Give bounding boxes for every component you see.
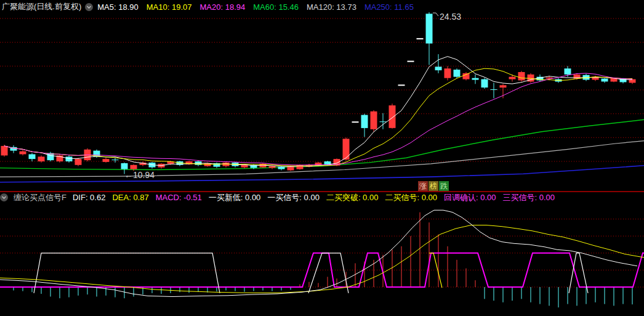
ma-value: MA20: 18.94 bbox=[200, 2, 246, 12]
indicator-field: 三买信号: 0.00 bbox=[502, 193, 555, 202]
rank-badge[interactable]: 榜 bbox=[429, 181, 438, 191]
dea-line bbox=[0, 225, 644, 293]
signal-lines bbox=[0, 253, 644, 293]
indicator-field: DEA: 0.87 bbox=[112, 193, 148, 202]
rank-badge[interactable]: 涨 bbox=[418, 181, 428, 191]
indicator-name: 缠论买点信号F bbox=[14, 192, 66, 203]
indicator-field: DIF: 0.62 bbox=[73, 193, 105, 202]
ma-value: MA60: 15.46 bbox=[253, 2, 299, 12]
ma-values: MA5: 18.90MA10: 19.07MA20: 18.94MA60: 15… bbox=[97, 2, 422, 12]
ma-value: MA10: 19.07 bbox=[147, 2, 192, 12]
ma-value: MA5: 18.90 bbox=[97, 2, 139, 12]
stock-title: 广聚能源(日线.前复权) bbox=[2, 1, 81, 12]
rank-badge[interactable]: 跌 bbox=[439, 181, 449, 191]
ma-value: MA120: 13.73 bbox=[307, 2, 356, 12]
candlestick-layer bbox=[1, 12, 636, 174]
indicator-field: 一买信号: 0.00 bbox=[267, 193, 320, 202]
main-chart-header: 广聚能源(日线.前复权) MA5: 18.90MA10: 19.07MA20: … bbox=[0, 0, 422, 14]
indicator-field: 回调确认: 0.00 bbox=[444, 193, 496, 202]
main-grid bbox=[0, 18, 644, 161]
indicator-fields: DIF: 0.62DEA: 0.87MACD: -0.51一买新低: 0.00一… bbox=[73, 192, 561, 203]
high-price-label: 24.53 bbox=[440, 12, 461, 22]
collapse-chevron-icon[interactable] bbox=[0, 193, 8, 201]
macd-histogram bbox=[14, 213, 632, 308]
ma-value: MA250: 11.65 bbox=[364, 2, 414, 12]
indicator-field: 一买新低: 0.00 bbox=[209, 193, 261, 202]
indicator-panel-header: 缠论买点信号F DIF: 0.62DEA: 0.87MACD: -0.51一买新… bbox=[0, 192, 561, 203]
stock-chart-app: { "header": { "title": "广聚能源(日线.前复权)", "… bbox=[0, 0, 644, 316]
indicator-field: MACD: -0.51 bbox=[156, 193, 202, 202]
chart-canvas: 24.53←10.94 bbox=[0, 0, 644, 316]
rank-badges: 涨榜跌 bbox=[418, 181, 449, 191]
indicator-field: 二买突破: 0.00 bbox=[326, 193, 379, 202]
price-labels: 24.53←10.94 bbox=[124, 12, 461, 180]
indicator-field: 二买信号: 0.00 bbox=[385, 193, 437, 202]
low-price-label: ←10.94 bbox=[124, 170, 155, 180]
collapse-chevron-icon[interactable] bbox=[85, 3, 93, 11]
fast-ma-layer bbox=[4, 57, 632, 167]
